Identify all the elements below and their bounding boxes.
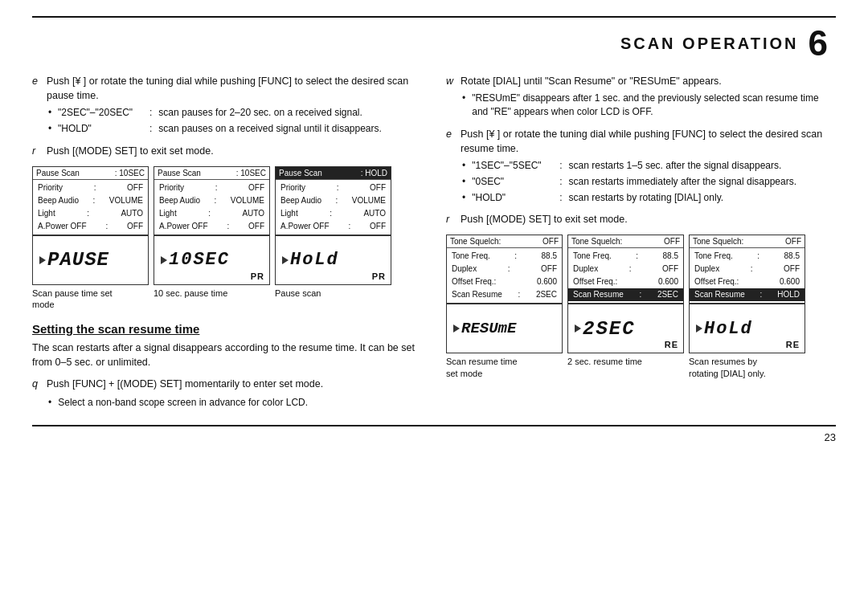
bullet-q-text: Push [FUNC] + [(MODE) SET] momentarily t…	[47, 377, 422, 391]
bullet-q: q Push [FUNC] + [(MODE) SET] momentarily…	[32, 377, 422, 391]
sub-bullet-q-text: Select a non-band scope screen in advanc…	[58, 396, 308, 410]
sub-bullet-hold: • "HOLD" : scan pauses on a received sig…	[48, 122, 422, 136]
sub-bullet-w1: • "RESUmE" disappears after 1 sec. and t…	[462, 92, 836, 119]
bullet-r2-letter: r	[446, 212, 456, 226]
lcd-tri-2	[161, 256, 167, 264]
bullet-w-section: w Rotate [DIAL] until "Scan Resume" or "…	[446, 74, 836, 119]
sub-bullet-q: • Select a non-band scope screen in adva…	[48, 396, 422, 410]
lcd-caption-4: Scan resume timeset mode	[446, 356, 563, 379]
lcd-panel-5: Tone Squelch: OFF Tone Freq.:88.5 Duplex…	[567, 235, 684, 304]
lcd-row-beep-label: Beep Audio	[38, 194, 79, 207]
lcd-body-1: Priority:OFF Beep Audio:VOLUME Light:AUT…	[33, 180, 148, 235]
bullet-e2-section: e Push [¥ ] or rotate the tuning dial wh…	[446, 127, 836, 205]
lcd-header-2-left: Pause Scan	[158, 169, 201, 177]
page-section-number: 6	[809, 26, 828, 61]
lcd-group-1: Pause Scan : 10SEC Priority:OFF Beep Aud…	[32, 166, 149, 311]
lcd-caption-5: 2 sec. resume time	[567, 356, 684, 367]
lcd-row-apower-sep: :	[87, 220, 127, 233]
lcd-display-5: 2SEC RE	[567, 304, 684, 353]
section-heading: Setting the scan resume time	[32, 322, 422, 336]
lcd-header-3-right: : HOLD	[361, 169, 387, 177]
bullet-w-letter: w	[446, 74, 456, 88]
lcd-header-3-left: Pause Scan	[279, 169, 322, 177]
sub-bullet-hold-text: scan pauses on a received signal until i…	[158, 122, 382, 136]
lcd-header-4-left: Tone Squelch:	[450, 237, 501, 246]
lcd-caption-6: Scan resumes byrotating [DIAL] only.	[689, 356, 805, 379]
lcd-row-beep-sep: :	[79, 194, 109, 207]
bullet-r1: r Push [(MODE) SET] to exit set mode.	[32, 144, 422, 158]
lcd-row-priority-val: OFF	[127, 182, 143, 194]
lcd-header-5-left: Tone Squelch:	[571, 237, 622, 246]
lcd-corner-3: PR	[372, 271, 386, 281]
lcd-row-light-sep: :	[55, 207, 121, 220]
lcd-row-beep-val: VOLUME	[109, 194, 143, 207]
page-number-row: 23	[32, 431, 836, 443]
sub-bullet-dot-2: •	[48, 122, 55, 136]
lcd-body-4: Tone Freq.:88.5 Duplex:OFF Offset Freq.:…	[447, 248, 562, 303]
sub-bullet-0sec: • "0SEC" : scan restarts immediately aft…	[462, 175, 836, 189]
lcd-display-6: HoLd RE	[689, 304, 805, 353]
bullet-w-text: Rotate [DIAL] until "Scan Resume" or "RE…	[461, 74, 836, 88]
lcd-header-5-right: OFF	[664, 237, 680, 246]
sub-bullet-2sec: • "2SEC"–"20SEC" : scan pauses for 2–20 …	[48, 106, 422, 120]
lcd-group-4: Tone Squelch: OFF Tone Freq.:88.5 Duplex…	[446, 235, 563, 379]
sub-bullet-2sec-sep: :	[149, 106, 152, 120]
sub-bullet-2sec-text: scan pauses for 2–20 sec. on a received …	[158, 106, 362, 120]
bottom-rule	[32, 425, 836, 426]
lcd-row-apower-label: A.Power OFF	[38, 220, 87, 233]
lcd-body-2: Priority:OFF Beep Audio:VOLUME Light:AUT…	[154, 180, 269, 235]
top-rule	[32, 16, 836, 18]
lcd-corner-6: RE	[786, 340, 800, 349]
lcd-group-6: Tone Squelch: OFF Tone Freq.:88.5 Duplex…	[689, 235, 805, 379]
lcd-panel-3: Pause Scan : HOLD Priority:OFF Beep Audi…	[275, 166, 391, 235]
lcd-group-5: Tone Squelch: OFF Tone Freq.:88.5 Duplex…	[567, 235, 684, 367]
lcd-big-text-4: RESUmE	[461, 320, 516, 337]
lcd-caption-2: 10 sec. pause time	[154, 288, 270, 299]
lcd-display-1: PAUSE	[32, 235, 149, 285]
lcd-big-text-1: PAUSE	[47, 249, 109, 271]
lcd-header-2: Pause Scan : 10SEC	[154, 167, 269, 180]
lcd-panel-1: Pause Scan : 10SEC Priority:OFF Beep Aud…	[32, 166, 149, 235]
lcd-big-text-3: HoLd	[290, 250, 339, 270]
lcd-header-5: Tone Squelch: OFF	[568, 235, 683, 248]
lcd-header-3: Pause Scan : HOLD	[276, 167, 391, 180]
sub-bullet-w1-text: "RESUmE" disappears after 1 sec. and the…	[472, 92, 836, 119]
bullet-r1-text: Push [(MODE) SET] to exit set mode.	[47, 144, 422, 158]
lcd-display-2: 10SEC PR	[154, 235, 270, 285]
lcd-big-text-2: 10SEC	[169, 250, 230, 270]
lcd-body-3: Priority:OFF Beep Audio:VOLUME Light:AUT…	[276, 180, 391, 235]
lcd-body-5: Tone Freq.:88.5 Duplex:OFF Offset Freq.:…	[568, 248, 683, 303]
lcd-panel-2: Pause Scan : 10SEC Priority:OFF Beep Aud…	[154, 166, 270, 235]
sub-bullet-hold-label: "HOLD"	[58, 122, 146, 136]
lcd-group-2: Pause Scan : 10SEC Priority:OFF Beep Aud…	[154, 166, 270, 299]
sub-bullet-1sec: • "1SEC"–"5SEC" : scan restarts 1–5 sec.…	[462, 159, 836, 173]
lcd-tri-1	[39, 256, 46, 264]
bullet-e1-text: Push [¥ ] or rotate the tuning dial whil…	[47, 74, 422, 103]
left-column: e Push [¥ ] or rotate the tuning dial wh…	[32, 74, 422, 412]
bullet-e2: e Push [¥ ] or rotate the tuning dial wh…	[446, 127, 836, 156]
bullet-r2: r Push [(MODE) SET] to exit set mode.	[446, 212, 836, 226]
bullet-q-letter: q	[32, 377, 42, 391]
lcd-row-priority-sep: :	[63, 182, 127, 194]
lcd-corner-2: PR	[251, 271, 264, 281]
lcd-header-6-left: Tone Squelch:	[693, 237, 743, 246]
desc-text: The scan restarts after a signal disappe…	[32, 341, 422, 371]
lcd-tri-5	[575, 324, 581, 333]
sub-bullet-q-dot: •	[48, 396, 51, 410]
main-content: e Push [¥ ] or rotate the tuning dial wh…	[32, 74, 836, 412]
page-header: SCAN OPERATION 6	[32, 26, 836, 61]
lcd-row-top: Pause Scan : 10SEC Priority:OFF Beep Aud…	[32, 166, 422, 311]
page-title: SCAN OPERATION	[620, 35, 799, 53]
lcd-tri-3	[282, 256, 289, 264]
lcd-group-3: Pause Scan : HOLD Priority:OFF Beep Audi…	[275, 166, 391, 299]
lcd-row-light-val: AUTO	[121, 207, 143, 220]
right-column: w Rotate [DIAL] until "Scan Resume" or "…	[446, 74, 836, 412]
sub-bullet-w1-dot: •	[462, 92, 465, 119]
sub-bullet-dot-1: •	[48, 106, 55, 120]
bullet-e1-section: e Push [¥ ] or rotate the tuning dial wh…	[32, 74, 422, 136]
lcd-big-text-6: HoLd	[704, 319, 753, 339]
lcd-tri-6	[696, 324, 702, 333]
lcd-header-1-right: : 10SEC	[115, 169, 145, 177]
lcd-big-text-5: 2SEC	[583, 318, 636, 340]
lcd-caption-1: Scan pause time setmode	[32, 288, 149, 311]
